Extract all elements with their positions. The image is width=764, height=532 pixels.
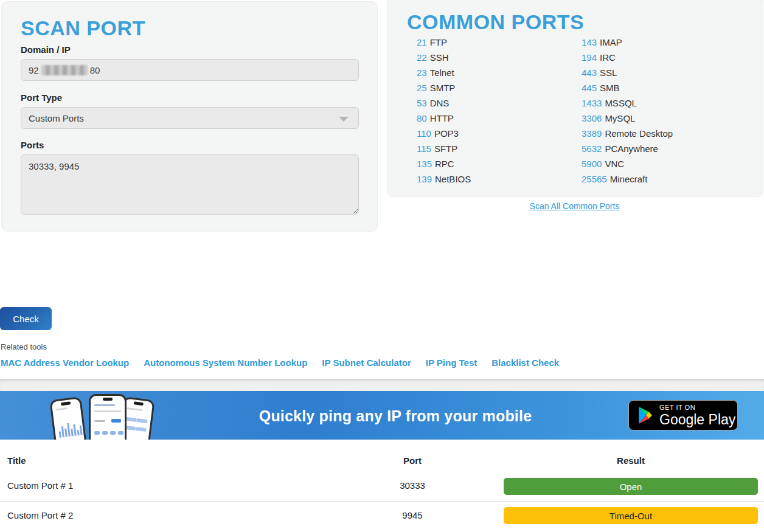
common-port-item: 143IMAP xyxy=(582,35,673,50)
port-type-label: Port Type xyxy=(21,92,62,103)
common-port-item: 135RPC xyxy=(417,156,471,171)
common-port-name: POP3 xyxy=(434,128,459,139)
ports-textarea[interactable]: 30333, 9945 xyxy=(21,154,359,215)
result-row-title: Custom Port # 1 xyxy=(7,480,73,491)
common-port-number-link[interactable]: 25565 xyxy=(582,174,607,184)
link-autonomous-system-number-lookup[interactable]: Autonomous System Number Lookup xyxy=(144,358,307,368)
link-ip-ping-test[interactable]: IP Ping Test xyxy=(426,358,477,368)
result-row-port: 9945 xyxy=(365,510,460,520)
common-port-name: PCAnywhere xyxy=(605,143,658,154)
common-port-name: NetBIOS xyxy=(435,174,471,184)
get-it-on-label: GET IT ON xyxy=(659,404,735,411)
common-port-name: SMTP xyxy=(430,83,456,93)
chevron-down-icon xyxy=(339,117,349,122)
common-port-name: FTP xyxy=(430,37,447,47)
common-port-item: 23Telnet xyxy=(417,65,471,80)
common-port-item: 139NetBIOS xyxy=(417,171,471,187)
common-port-number-link[interactable]: 139 xyxy=(417,174,432,184)
common-port-item: 25SMTP xyxy=(417,80,471,95)
common-port-number-link[interactable]: 445 xyxy=(582,83,597,93)
result-row-port: 30333 xyxy=(365,480,460,491)
port-type-select[interactable]: Custom Ports xyxy=(21,107,359,129)
common-ports-title: COMMON PORTS xyxy=(407,10,584,34)
domain-ip-input[interactable]: 9280 xyxy=(21,59,359,81)
common-port-name: DNS xyxy=(430,98,450,108)
common-port-item: 1433MSSQL xyxy=(582,95,673,111)
redacted-ip-blur xyxy=(41,65,88,75)
common-port-number-link[interactable]: 22 xyxy=(417,52,427,63)
common-port-item: 22SSH xyxy=(417,50,471,65)
phone-mockup-left xyxy=(49,396,86,440)
scan-all-common-ports-link[interactable]: Scan All Common Ports xyxy=(530,201,620,211)
common-ports-column-1: 21FTP 22SSH 23Telnet 25SMTP 53DNS 80HTTP… xyxy=(417,35,471,187)
common-port-name: IMAP xyxy=(600,37,622,47)
status-badge-open: Open xyxy=(504,478,758,495)
google-play-badge[interactable]: GET IT ON Google Play xyxy=(628,400,738,430)
common-port-number-link[interactable]: 443 xyxy=(582,67,597,78)
scan-port-title: SCAN PORT xyxy=(21,16,145,40)
common-port-number-link[interactable]: 25 xyxy=(417,83,427,93)
common-port-item: 25565Minecraft xyxy=(582,171,673,187)
google-play-icon xyxy=(637,406,653,424)
domain-value-suffix: 80 xyxy=(90,65,100,75)
common-port-item: 194IRC xyxy=(582,50,673,65)
common-port-number-link[interactable]: 3389 xyxy=(582,128,602,139)
common-port-number-link[interactable]: 1433 xyxy=(582,98,602,108)
common-port-name: VNC xyxy=(605,159,624,169)
phone-mockup-center xyxy=(89,394,127,440)
common-port-item: 5900VNC xyxy=(582,156,673,171)
common-port-name: Minecraft xyxy=(610,174,648,184)
link-blacklist-check[interactable]: Blacklist Check xyxy=(491,358,559,368)
common-port-item: 3389Remote Desktop xyxy=(582,126,673,141)
related-tools-heading: Related tools xyxy=(1,342,47,351)
common-port-name: Telnet xyxy=(430,67,454,78)
common-port-number-link[interactable]: 135 xyxy=(417,159,432,169)
common-port-number-link[interactable]: 5632 xyxy=(582,143,602,154)
phone-notch xyxy=(103,398,113,401)
column-header-result: Result xyxy=(504,455,758,466)
column-header-port: Port xyxy=(365,455,460,466)
common-port-number-link[interactable]: 80 xyxy=(417,113,427,123)
common-port-item: 115SFTP xyxy=(417,141,471,156)
scan-all-common-ports-wrapper: Scan All Common Ports xyxy=(387,201,762,211)
common-port-number-link[interactable]: 194 xyxy=(582,52,597,63)
check-button[interactable]: Check xyxy=(0,307,52,330)
common-port-name: Remote Desktop xyxy=(605,128,673,139)
google-play-label: Google Play xyxy=(659,413,735,427)
banner-headline: Quickly ping any IP from your mobile xyxy=(195,407,596,425)
ports-label: Ports xyxy=(21,140,44,150)
table-row-divider xyxy=(0,501,764,502)
google-play-badge-text: GET IT ON Google Play xyxy=(659,404,735,427)
common-ports-column-2: 143IMAP 194IRC 443SSL 445SMB 1433MSSQL 3… xyxy=(582,35,673,187)
common-port-item: 443SSL xyxy=(582,65,673,80)
link-mac-address-vendor-lookup[interactable]: MAC Address Vendor Lookup xyxy=(1,358,129,368)
common-port-name: SSH xyxy=(430,52,449,63)
domain-value-prefix: 92 xyxy=(29,65,39,75)
common-port-name: SMB xyxy=(600,83,620,93)
common-port-name: MySQL xyxy=(605,113,635,123)
common-port-name: HTTP xyxy=(430,113,454,123)
common-port-item: 445SMB xyxy=(582,80,673,95)
common-port-number-link[interactable]: 115 xyxy=(417,143,431,154)
status-badge-timed-out: Timed-Out xyxy=(504,507,758,524)
common-port-item: 110POP3 xyxy=(417,126,471,141)
related-tools-links: MAC Address Vendor Lookup Autonomous Sys… xyxy=(1,358,559,368)
common-port-number-link[interactable]: 53 xyxy=(417,98,427,108)
common-port-number-link[interactable]: 3306 xyxy=(582,113,602,123)
common-port-item: 5632PCAnywhere xyxy=(582,141,673,156)
common-port-item: 53DNS xyxy=(417,95,471,111)
common-port-number-link[interactable]: 21 xyxy=(417,37,427,47)
common-ports-panel: COMMON PORTS 21FTP 22SSH 23Telnet 25SMTP… xyxy=(387,0,763,197)
common-port-name: RPC xyxy=(435,159,454,169)
link-ip-subnet-calculator[interactable]: IP Subnet Calculator xyxy=(322,358,411,368)
scan-port-panel: SCAN PORT Domain / IP 9280 Port Type Cus… xyxy=(1,1,378,232)
common-port-name: SSL xyxy=(600,67,617,78)
common-port-name: MSSQL xyxy=(605,98,637,108)
result-row-title: Custom Port # 2 xyxy=(7,510,73,520)
common-port-item: 21FTP xyxy=(417,35,471,50)
common-port-number-link[interactable]: 143 xyxy=(582,37,597,47)
common-port-number-link[interactable]: 23 xyxy=(417,67,427,78)
common-port-number-link[interactable]: 110 xyxy=(417,128,431,139)
section-divider-band xyxy=(0,379,764,391)
common-port-number-link[interactable]: 5900 xyxy=(582,159,602,169)
